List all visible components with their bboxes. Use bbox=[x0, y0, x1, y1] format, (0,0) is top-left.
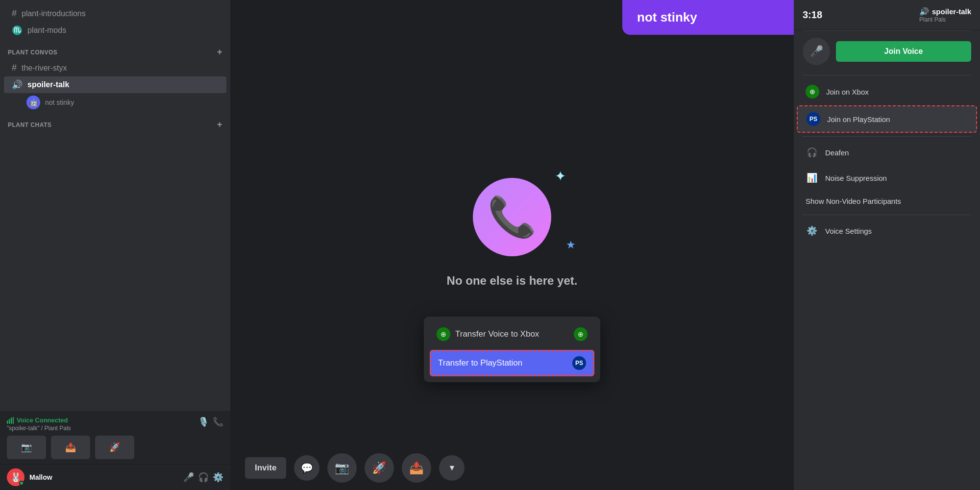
activity-button[interactable]: 🚀 bbox=[95, 436, 134, 459]
avatar: 🤖 bbox=[26, 96, 40, 109]
menu-item-join-xbox[interactable]: ⊕ Join on Xbox bbox=[797, 79, 977, 104]
headphones-menu-icon: 🎧 bbox=[806, 146, 818, 159]
svg-rect-0 bbox=[7, 420, 8, 424]
voice-channel-icon: 🔊 bbox=[919, 7, 929, 16]
section-label: PLANT CONVOS bbox=[8, 49, 57, 56]
right-channel-info: 🔊 spoiler-talk Plant Pals bbox=[919, 7, 971, 23]
transfer-xbox-button[interactable]: ⊕ Transfer Voice to Xbox ⊕ bbox=[430, 322, 594, 346]
right-divider bbox=[803, 75, 971, 75]
channel-label: plant-introductions bbox=[22, 9, 86, 18]
voice-area: not stinky 📞 ✦ ★ No one else is here yet… bbox=[230, 0, 794, 446]
join-voice-button[interactable]: Join Voice bbox=[836, 41, 971, 62]
right-controls: 🎤 Join Voice bbox=[794, 31, 980, 72]
section-label: PLANT CHATS bbox=[8, 122, 51, 128]
svg-rect-2 bbox=[11, 417, 12, 424]
add-channel-button[interactable]: + bbox=[217, 120, 222, 130]
headphones-icon[interactable]: 🎧 bbox=[198, 472, 209, 483]
sound-waves-icon[interactable]: 🎙️ bbox=[198, 416, 209, 427]
xbox-logo-icon: ⊕ bbox=[574, 327, 588, 341]
channel-list: # plant-introductions ♏ plant-mods PLANT… bbox=[0, 0, 230, 411]
gear-menu-icon: ⚙️ bbox=[806, 224, 818, 237]
chat-message-bubble: not stinky bbox=[622, 0, 794, 35]
voice-connected-label: Voice Connected bbox=[7, 416, 71, 424]
channel-plant-mods[interactable]: ♏ plant-mods bbox=[4, 22, 226, 39]
menu-item-voice-settings[interactable]: ⚙️ Voice Settings bbox=[797, 219, 977, 243]
voice-channel-avatar: 📞 ✦ ★ bbox=[473, 178, 551, 256]
mute-icon[interactable]: 🎤 bbox=[183, 472, 194, 483]
channel-label: spoiler-talk bbox=[27, 80, 69, 89]
user-controls: 🎤 🎧 ⚙️ bbox=[183, 472, 223, 483]
transfer-ps-button[interactable]: Transfer to PlayStation PS bbox=[430, 350, 594, 376]
camera-button[interactable]: 📷 bbox=[7, 436, 46, 459]
right-channel-name: spoiler-talk bbox=[932, 7, 971, 16]
ps-menu-icon: PS bbox=[807, 112, 820, 126]
star-decoration-top: ✦ bbox=[555, 168, 566, 184]
channel-label: plant-mods bbox=[27, 26, 66, 35]
svg-rect-3 bbox=[13, 417, 14, 424]
right-panel: 3:18 🔊 spoiler-talk Plant Pals 🎤 Join Vo… bbox=[794, 0, 980, 490]
ps-logo-icon: PS bbox=[572, 356, 586, 370]
share-icon-button[interactable]: 📤 bbox=[402, 453, 431, 483]
announcement-icon: ♏ bbox=[12, 25, 23, 36]
channel-spoiler-talk[interactable]: 🔊 spoiler-talk bbox=[4, 76, 226, 93]
add-channel-button[interactable]: + bbox=[217, 47, 222, 57]
settings-icon[interactable]: ⚙️ bbox=[213, 472, 223, 483]
time-display: 3:18 bbox=[803, 9, 822, 21]
star-decoration-bottom: ★ bbox=[566, 239, 576, 251]
right-header: 3:18 🔊 spoiler-talk Plant Pals bbox=[794, 0, 980, 30]
xbox-menu-icon: ⊕ bbox=[806, 85, 819, 98]
chat-icon-button[interactable]: 💬 bbox=[294, 455, 319, 481]
camera-icon-button[interactable]: 📷 bbox=[327, 453, 357, 483]
mic-button[interactable]: 🎤 bbox=[803, 38, 830, 65]
menu-item-deafen[interactable]: 🎧 Deafen bbox=[797, 140, 977, 165]
channel-label: the-river-styx bbox=[22, 64, 67, 73]
chevron-down-button[interactable]: ▼ bbox=[439, 455, 465, 481]
voice-sub-label: "spoiler-talk" / Plant Pals bbox=[7, 425, 71, 432]
main-content: not stinky 📞 ✦ ★ No one else is here yet… bbox=[230, 0, 794, 490]
channel-the-river-styx[interactable]: # the-river-styx bbox=[4, 60, 226, 76]
invite-button[interactable]: Invite bbox=[245, 457, 286, 479]
signal-icon bbox=[7, 417, 14, 424]
voice-action-buttons: 📷 📤 🚀 bbox=[7, 436, 223, 459]
hash-icon: # bbox=[12, 63, 17, 73]
section-plant-convos[interactable]: PLANT CONVOS + bbox=[0, 39, 230, 59]
transfer-popup: ⊕ Transfer Voice to Xbox ⊕ Transfer to P… bbox=[424, 317, 600, 382]
menu-item-show-non-video[interactable]: Show Non-Video Participants bbox=[797, 191, 977, 211]
screen-share-button[interactable]: 📤 bbox=[51, 436, 90, 459]
section-plant-chats[interactable]: PLANT CHATS + bbox=[0, 112, 230, 132]
svg-rect-1 bbox=[9, 419, 10, 424]
channel-plant-introductions[interactable]: # plant-introductions bbox=[4, 5, 226, 22]
right-divider-3 bbox=[803, 215, 971, 215]
voice-member-not-stinky: 🤖 not stinky bbox=[4, 94, 226, 111]
voice-status-area: Voice Connected "spoiler-talk" / Plant P… bbox=[0, 411, 230, 464]
right-channel-server: Plant Pals bbox=[919, 16, 971, 23]
bottom-bar: Invite 💬 📷 🚀 📤 ▼ bbox=[230, 446, 794, 490]
xbox-icon: ⊕ bbox=[437, 327, 450, 341]
right-divider-2 bbox=[803, 136, 971, 137]
disconnect-icon[interactable]: 📞 bbox=[213, 416, 223, 427]
username: Mallow bbox=[29, 473, 178, 481]
voice-icon: 🔊 bbox=[12, 79, 23, 90]
no-one-text: No one else is here yet. bbox=[447, 274, 578, 288]
user-avatar: 🐰 bbox=[7, 468, 24, 486]
hash-icon: # bbox=[12, 8, 17, 19]
waveform-icon: 📊 bbox=[806, 172, 818, 184]
user-bar: 🐰 Mallow 🎤 🎧 ⚙️ bbox=[0, 464, 230, 490]
menu-item-noise-suppression[interactable]: 📊 Noise Suppression bbox=[797, 166, 977, 190]
online-indicator bbox=[19, 481, 24, 486]
member-name: not stinky bbox=[45, 98, 74, 106]
rocket-icon-button[interactable]: 🚀 bbox=[365, 453, 394, 483]
menu-item-join-ps[interactable]: PS Join on PlayStation bbox=[797, 105, 977, 133]
sidebar: # plant-introductions ♏ plant-mods PLANT… bbox=[0, 0, 230, 490]
